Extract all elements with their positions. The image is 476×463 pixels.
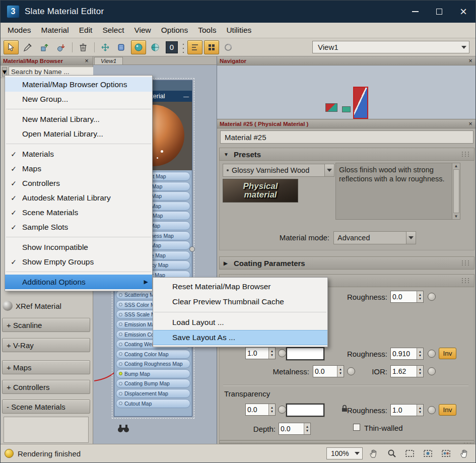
select-tool-button[interactable]	[4, 40, 19, 54]
spinner-arrows-icon[interactable]	[268, 348, 275, 359]
submenu-item-reset-browser[interactable]: Reset Material/Map Browser	[153, 279, 327, 294]
slot-socket-icon[interactable]	[119, 322, 122, 326]
node-slot-bump-map[interactable]: Bump Map	[116, 369, 190, 378]
material-name-field[interactable]	[220, 130, 473, 144]
pan-tool-button[interactable]	[367, 447, 381, 460]
pick-material-button[interactable]	[20, 40, 35, 54]
material-panel-header[interactable]: Material #25 ( Physical Material ) ×	[217, 119, 476, 128]
title-bar[interactable]: 3 Slate Material Editor ×	[1, 1, 475, 23]
menu-item-show-empty-groups[interactable]: ✓Show Empty Groups	[5, 254, 152, 269]
slot-socket-icon[interactable]	[119, 362, 122, 366]
transparency-spinner[interactable]: 0.0	[245, 404, 276, 416]
menu-item-scene-materials[interactable]: ✓Scene Materials	[5, 205, 152, 220]
refl-roughness-spinner[interactable]: 0.910	[390, 348, 424, 360]
menu-select[interactable]: Select	[97, 24, 129, 37]
spinner-arrows-icon[interactable]	[337, 366, 344, 377]
trans-roughness-spinner[interactable]: 1.0	[390, 404, 424, 416]
slot-socket-icon[interactable]	[119, 293, 122, 297]
slot-socket-icon[interactable]	[119, 343, 122, 346]
menu-modes[interactable]: Modes	[3, 24, 36, 37]
assign-material-button[interactable]	[53, 40, 69, 54]
maximize-button[interactable]	[427, 1, 451, 23]
invert-roughness-button[interactable]: Inv	[439, 348, 456, 359]
menu-item-autodesk-material-library[interactable]: ✓Autodesk Material Library	[5, 190, 152, 205]
slot-socket-icon[interactable]	[119, 313, 122, 316]
slot-socket-icon[interactable]	[119, 303, 122, 306]
browser-rollout-scene-materials[interactable]: - Scene Materials	[2, 400, 90, 414]
next-rollout-header-partial[interactable]	[219, 440, 474, 444]
map-assign-button[interactable]	[428, 293, 436, 301]
base-color-swatch[interactable]	[286, 347, 324, 360]
node-slot[interactable]: Coating Roughness Map	[116, 359, 190, 368]
move-children-button[interactable]	[98, 40, 113, 54]
delete-selected-button[interactable]	[76, 40, 91, 54]
pan-to-selected-icon[interactable]	[117, 424, 129, 435]
spinner-arrows-icon[interactable]	[304, 423, 310, 434]
layout-all-button[interactable]	[204, 40, 219, 54]
menu-item-maps[interactable]: ✓Maps	[5, 161, 152, 176]
hide-unused-nodeslots-button[interactable]	[114, 40, 129, 54]
put-material-to-scene-button[interactable]	[37, 40, 52, 54]
xref-material-item[interactable]: XRef Material	[3, 299, 90, 313]
node-slot[interactable]: Coating Bump Map	[116, 379, 190, 388]
scrollbar-thumb[interactable]	[453, 169, 459, 213]
chevron-down-icon[interactable]	[324, 164, 334, 176]
browser-rollout-scanline[interactable]: + Scanline	[2, 318, 90, 332]
menu-material[interactable]: Material	[36, 24, 74, 37]
chevron-down-icon[interactable]	[352, 448, 362, 459]
browser-rollout-maps[interactable]: + Maps	[2, 360, 90, 374]
slot-socket-icon[interactable]	[119, 333, 122, 336]
menu-item-browser-options[interactable]: Material/Map Browser Options	[5, 77, 152, 92]
zoom-extents-button[interactable]	[421, 447, 435, 460]
menu-item-materials[interactable]: ✓Materials	[5, 147, 152, 161]
node-minimize-icon[interactable]: —	[183, 93, 189, 99]
node-slot[interactable]: Coating Color Map	[116, 350, 190, 359]
submenu-item-save-layout-as[interactable]: Save Layout As ...	[153, 330, 327, 345]
submenu-item-clear-thumbnail-cache[interactable]: Clear Preview Thumbnail Cache	[153, 294, 327, 309]
navigator-canvas[interactable]	[217, 65, 476, 119]
browser-rollout-vray[interactable]: + V-Ray	[2, 338, 90, 352]
menu-tools[interactable]: Tools	[193, 24, 221, 37]
chevron-down-icon[interactable]	[406, 232, 416, 244]
show-background-button[interactable]	[148, 40, 163, 54]
slot-socket-icon[interactable]	[119, 402, 122, 405]
invert-trans-roughness-button[interactable]: Inv	[439, 404, 456, 416]
menu-edit[interactable]: Edit	[74, 24, 98, 37]
map-assign-button[interactable]	[278, 406, 286, 414]
pan-to-selected-button[interactable]	[457, 447, 471, 460]
transparency-color-swatch[interactable]	[286, 404, 324, 417]
zoom-region-button[interactable]	[403, 447, 417, 460]
slot-socket-icon[interactable]	[119, 382, 122, 385]
close-button[interactable]: ×	[451, 1, 475, 23]
metalness-spinner[interactable]: 0.0	[313, 365, 344, 377]
material-mode-select[interactable]: Advanced	[333, 231, 416, 244]
submenu-item-load-layout[interactable]: Load Layout ...	[153, 315, 327, 330]
tab-view1[interactable]: View1	[94, 57, 123, 64]
menu-item-sample-slots[interactable]: ✓Sample Slots	[5, 220, 152, 234]
scroll-down-icon[interactable]: ▼	[454, 214, 458, 219]
coating-parameters-rollout-header[interactable]: ▶ Coating Parameters	[219, 256, 474, 270]
rollout-drag-grip[interactable]	[461, 151, 470, 157]
menu-utilities[interactable]: Utilities	[221, 24, 256, 37]
node-output-socket[interactable]	[189, 246, 195, 252]
update-preview-button[interactable]	[221, 40, 236, 54]
zoom-tool-button[interactable]	[385, 447, 399, 460]
material-panel-close-button[interactable]: ×	[467, 120, 474, 127]
toolbar-drag-handle[interactable]	[181, 41, 186, 53]
material-id-channel-button[interactable]: 0	[164, 40, 179, 54]
map-assign-button[interactable]	[347, 367, 355, 375]
menu-item-controllers[interactable]: ✓Controllers	[5, 176, 152, 190]
layout-children-button[interactable]	[187, 40, 202, 54]
chevron-down-icon[interactable]	[459, 41, 469, 53]
map-assign-button[interactable]	[428, 350, 436, 358]
slot-socket-connected-icon[interactable]	[119, 372, 122, 375]
rollout-drag-grip[interactable]	[461, 260, 470, 266]
navigator-node-thumbnail[interactable]	[342, 106, 351, 112]
presets-rollout-header[interactable]: ▼ Presets	[219, 148, 474, 161]
menu-item-additional-options[interactable]: Additional Options▶	[5, 275, 152, 289]
map-assign-button[interactable]	[428, 406, 436, 414]
show-shaded-material-button[interactable]	[131, 40, 146, 54]
zoom-level-select[interactable]: 100%	[326, 447, 363, 459]
view-selector[interactable]: View1	[312, 41, 469, 53]
map-assign-button[interactable]	[278, 349, 286, 357]
